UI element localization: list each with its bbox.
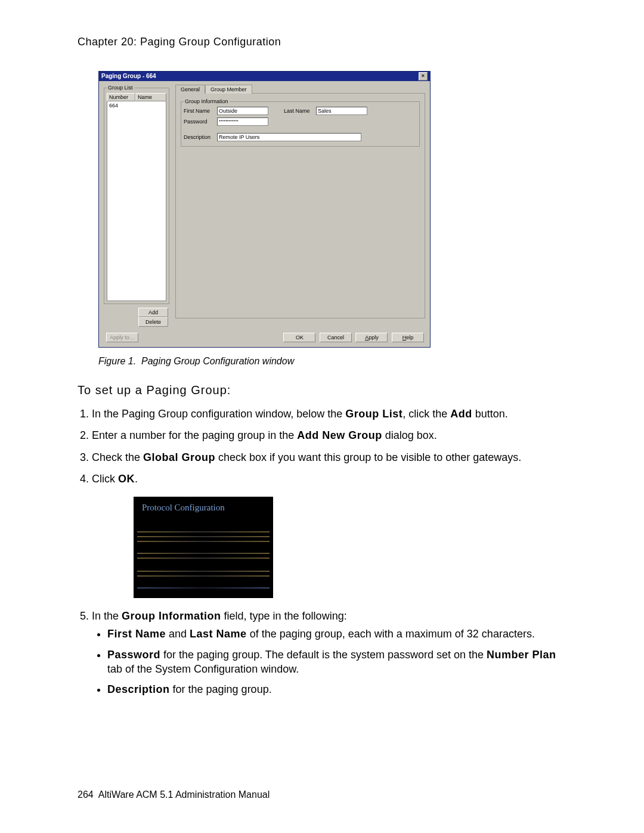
list-item[interactable]: 664: [109, 103, 164, 109]
list-item: Password for the paging group. The defau…: [107, 648, 566, 677]
col-name[interactable]: Name: [135, 93, 166, 101]
cancel-button[interactable]: Cancel: [320, 333, 352, 342]
label-last-name: Last Name: [284, 108, 312, 114]
group-list-legend: Group List: [107, 85, 134, 91]
col-number[interactable]: Number: [107, 93, 135, 101]
page-footer: 264 AltiWare ACM 5.1 Administration Manu…: [78, 789, 270, 800]
ok-button[interactable]: OK: [283, 333, 315, 342]
list-item: Check the Global Group check box if you …: [92, 450, 566, 465]
label-description: Description: [184, 134, 213, 140]
tab-group-member[interactable]: Group Member: [205, 85, 252, 94]
label-password: Password: [184, 119, 213, 125]
delete-button[interactable]: Delete: [138, 317, 168, 327]
section-heading: To set up a Paging Group:: [78, 383, 566, 397]
first-name-field[interactable]: Outside: [217, 107, 268, 115]
list-item: Description for the paging group.: [107, 682, 566, 696]
apply-to-button: Apply to…: [106, 333, 138, 342]
chapter-header: Chapter 20: Paging Group Configuration: [78, 36, 566, 48]
group-list[interactable]: 664: [107, 101, 166, 301]
list-item: First Name and Last Name of the paging g…: [107, 627, 566, 641]
password-field[interactable]: ************: [217, 117, 268, 126]
tab-general[interactable]: General: [175, 85, 205, 94]
group-information-fieldset: Group Information First Name Outside Las…: [181, 98, 420, 147]
steps-list: In the Paging Group configuration window…: [78, 407, 566, 697]
dialog-title: Paging Group - 664: [101, 72, 156, 81]
list-item: Enter a number for the paging group in t…: [92, 428, 566, 442]
description-field[interactable]: Remote IP Users: [217, 133, 361, 141]
screenshot-title: Protocol Configuration: [142, 501, 225, 513]
list-item: In the Paging Group configuration window…: [92, 407, 566, 421]
close-icon[interactable]: ×: [419, 72, 428, 80]
figure-caption: Figure 1. Paging Group Configuration win…: [98, 356, 566, 367]
help-button[interactable]: Help: [392, 333, 424, 342]
group-info-legend: Group Information: [184, 98, 230, 104]
list-item: Click OK. Protocol Configuration: [92, 472, 566, 598]
protocol-config-screenshot: Protocol Configuration: [134, 497, 273, 598]
add-button[interactable]: Add: [138, 308, 168, 317]
dialog-titlebar: Paging Group - 664 ×: [99, 72, 430, 81]
last-name-field[interactable]: Sales: [316, 107, 367, 115]
list-item: In the Group Information field, type in …: [92, 609, 566, 696]
group-list-fieldset: Group List Number Name 664: [104, 85, 169, 304]
apply-button[interactable]: Apply: [355, 333, 388, 342]
label-first-name: First Name: [184, 108, 213, 114]
paging-group-dialog: Paging Group - 664 × Group List Number N…: [98, 71, 431, 348]
list-header: Number Name: [107, 93, 166, 101]
